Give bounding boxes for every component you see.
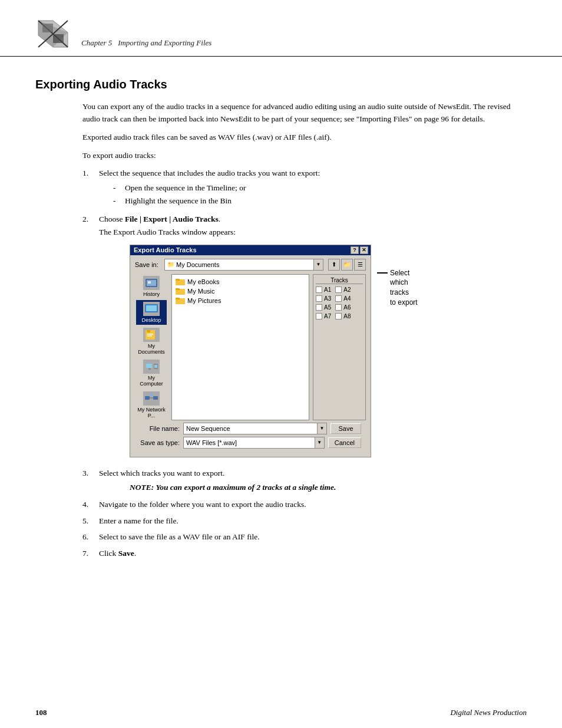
track-a2-label-row1: A2: [343, 286, 351, 293]
tracks-panel: Tracks A1 A2 A3: [313, 274, 366, 420]
track-a7-checkbox[interactable]: [316, 313, 322, 319]
section-title: Exporting Audio Tracks: [35, 78, 527, 91]
track-a3-row: A3 A4: [316, 295, 363, 302]
intro-paragraph: You can export any of the audio tracks i…: [82, 101, 527, 126]
save-in-label: Save in:: [135, 261, 161, 268]
footer-title: Digital News Production: [450, 708, 527, 717]
chapter-logo: [35, 18, 71, 50]
export-audio-dialog: Export Audio Tracks ? ✕ Save in: 📁: [130, 245, 371, 457]
my-computer-icon: [143, 360, 160, 374]
track-a8-label: A8: [343, 313, 351, 319]
sidebar-my-documents[interactable]: My Documents: [136, 326, 167, 357]
step-1: 1. Select the sequence that includes the…: [82, 167, 527, 210]
note-text: NOTE: You can export a maximum of 2 trac…: [130, 483, 527, 492]
svg-rect-11: [146, 305, 157, 311]
file-item-music[interactable]: My Music: [174, 286, 306, 296]
folder-icon-pictures: [176, 297, 185, 305]
svg-rect-9: [148, 281, 151, 284]
track-a7-row: A7 A8: [316, 313, 363, 319]
toolbar-view-btn[interactable]: ☰: [354, 259, 366, 271]
step-6: 6. Select to save the file as a WAV file…: [82, 531, 527, 543]
dialog-title: Export Audio Tracks: [134, 246, 197, 253]
to-export-text: To export audio tracks:: [82, 150, 527, 162]
track-a8-checkbox[interactable]: [335, 313, 342, 319]
dialog-sidebar: History Desktop: [135, 274, 168, 420]
track-a5-checkbox[interactable]: [316, 304, 322, 311]
track-a4-checkbox[interactable]: [335, 295, 342, 302]
step-3: 3. Select which tracks you want to expor…: [82, 467, 527, 480]
track-a3-checkbox[interactable]: [316, 295, 322, 302]
titlebar-buttons: ? ✕: [351, 246, 368, 254]
track-a2-checkbox-row1[interactable]: [335, 286, 342, 293]
svg-rect-23: [153, 396, 158, 400]
track-a1-label: A1: [324, 286, 331, 293]
savetype-combo[interactable]: WAV Files [*.wav] ▼: [183, 437, 325, 449]
track-a1-row: A1 A2: [316, 286, 363, 293]
track-a6-label: A6: [343, 304, 351, 311]
track-a4-label: A4: [343, 295, 351, 302]
cancel-btn[interactable]: Cancel: [328, 437, 361, 448]
page-number: 108: [35, 708, 47, 717]
exported-formats-text: Exported audio track files can be saved …: [82, 131, 527, 144]
my-documents-icon: [143, 328, 160, 342]
svg-rect-14: [147, 330, 150, 332]
svg-rect-19: [148, 368, 151, 370]
desktop-icon: [143, 302, 160, 316]
page-footer: 108 Digital News Production: [35, 708, 527, 717]
track-a7-label: A7: [324, 313, 331, 319]
track-a5-row: A5 A6: [316, 304, 363, 311]
svg-rect-22: [145, 396, 150, 400]
svg-rect-27: [176, 279, 180, 281]
track-a3-label: A3: [324, 295, 331, 302]
track-a6-checkbox[interactable]: [335, 304, 342, 311]
svg-point-25: [150, 393, 153, 397]
svg-rect-18: [146, 364, 152, 368]
step-7: 7. Click Save.: [82, 547, 527, 560]
folder-icon-ebooks: [176, 278, 185, 286]
chapter-header-text: Chapter 5 Importing and Exporting Files: [81, 38, 211, 50]
svg-rect-21: [154, 365, 157, 368]
track-a5-label: A5: [324, 304, 331, 311]
dialog-titlebar: Export Audio Tracks ? ✕: [130, 245, 371, 255]
sidebar-my-computer[interactable]: My Computer: [136, 358, 167, 388]
svg-rect-29: [176, 288, 180, 290]
dialog-close-btn[interactable]: ✕: [360, 246, 368, 254]
step2-text: Choose File | Export | Audio Tracks.: [99, 215, 220, 223]
save-btn[interactable]: Save: [330, 423, 361, 434]
file-item-ebooks[interactable]: My eBooks: [174, 277, 306, 286]
svg-rect-6: [53, 34, 64, 43]
svg-rect-5: [42, 24, 53, 32]
file-item-pictures[interactable]: My Pictures: [174, 296, 306, 305]
svg-rect-24: [150, 397, 153, 398]
tracks-panel-title: Tracks: [316, 277, 363, 284]
dialog-help-btn[interactable]: ?: [351, 246, 359, 254]
savetype-label: Save as type:: [140, 439, 180, 446]
substep-1a: - Open the sequence in the Timeline; or: [113, 182, 527, 195]
filename-combo[interactable]: New Sequence ▼: [183, 423, 327, 434]
substep-1b: - Highlight the sequence in the Bin: [113, 195, 527, 207]
sidebar-history[interactable]: History: [136, 274, 167, 299]
callout-annotation: Select which tracks to export: [377, 245, 430, 308]
sidebar-my-network[interactable]: My Network P...: [136, 390, 167, 420]
page-header: Chapter 5 Importing and Exporting Files: [0, 0, 562, 57]
main-content: Exporting Audio Tracks You can export an…: [0, 57, 562, 588]
filename-label: File name:: [140, 425, 180, 432]
sidebar-desktop[interactable]: Desktop: [136, 300, 167, 325]
svg-rect-16: [147, 335, 152, 337]
toolbar-up-btn[interactable]: ⬆: [328, 259, 340, 271]
svg-rect-12: [149, 312, 154, 314]
toolbar-new-folder-btn[interactable]: 📁: [341, 259, 353, 271]
svg-rect-15: [147, 334, 153, 335]
history-icon: [143, 276, 160, 290]
save-in-combo[interactable]: 📁 My Documents ▼: [164, 259, 323, 271]
steps-list: 1. Select the sequence that includes the…: [82, 167, 527, 560]
network-icon: [143, 391, 160, 406]
svg-rect-31: [176, 298, 180, 299]
step-5: 5. Enter a name for the file.: [82, 515, 527, 528]
track-a1-checkbox[interactable]: [316, 286, 322, 293]
dialog-screenshot-area: Export Audio Tracks ? ✕ Save in: 📁: [130, 245, 527, 457]
folder-icon-music: [176, 287, 185, 295]
step-2: 2. Choose File | Export | Audio Tracks. …: [82, 213, 527, 238]
step-4: 4. Navigate to the folder where you want…: [82, 498, 527, 511]
file-list[interactable]: My eBooks My Music: [171, 274, 309, 420]
